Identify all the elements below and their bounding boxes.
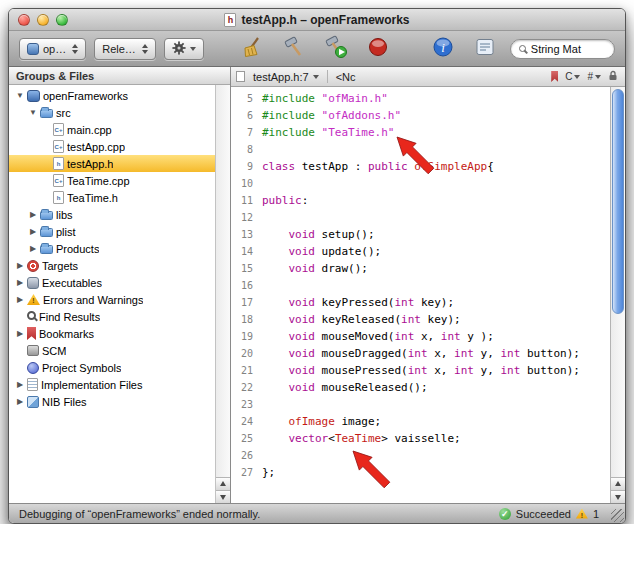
code-line-5[interactable]: #include "ofMain.h" (262, 90, 610, 107)
disclosure-triangle-icon[interactable]: ▼ (27, 108, 39, 117)
resize-grip[interactable] (611, 509, 624, 522)
code-line-8[interactable] (262, 141, 610, 158)
code-line-21[interactable]: void mousePressed(int x, int y, int butt… (262, 362, 610, 379)
build-button[interactable] (277, 35, 311, 63)
line-number[interactable]: 13 (231, 226, 253, 243)
scrollbar-thumb[interactable] (612, 89, 624, 314)
sidebar-item-teatime-cpp[interactable]: C+TeaTime.cpp (9, 172, 215, 189)
build-and-go-button[interactable] (319, 35, 353, 63)
disclosure-triangle-icon[interactable]: ▶ (14, 261, 26, 270)
line-number[interactable]: 12 (231, 209, 253, 226)
warning-count[interactable]: 1 (593, 508, 599, 520)
sidebar-item-find-results[interactable]: Find Results (9, 308, 215, 325)
sidebar-header[interactable]: Groups & Files (9, 67, 230, 85)
info-button[interactable]: i (426, 35, 460, 63)
minimize-button[interactable] (37, 14, 49, 26)
file-history-popup[interactable]: testApp.h:7 (250, 69, 322, 85)
line-number[interactable]: 24 (231, 413, 253, 430)
line-number[interactable]: 25 (231, 430, 253, 447)
sidebar-item-src[interactable]: ▼src (9, 104, 215, 121)
code-line-26[interactable] (262, 447, 610, 464)
line-number[interactable]: 22 (231, 379, 253, 396)
action-popup[interactable] (164, 38, 204, 60)
build-configuration-popup[interactable]: Rele… (94, 38, 156, 60)
line-number[interactable]: 6 (231, 107, 253, 124)
includes-button[interactable]: # (587, 71, 601, 82)
disclosure-triangle-icon[interactable]: ▶ (14, 329, 26, 338)
line-number[interactable]: 15 (231, 260, 253, 277)
disclosure-triangle-icon[interactable]: ▶ (14, 380, 26, 389)
line-number[interactable]: 27 (231, 464, 253, 481)
code-line-17[interactable]: void keyPressed(int key); (262, 294, 610, 311)
scroll-down-button[interactable] (611, 490, 625, 503)
line-number[interactable]: 23 (231, 396, 253, 413)
code-line-22[interactable]: void mouseReleased(); (262, 379, 610, 396)
line-number[interactable]: 16 (231, 277, 253, 294)
code-line-7[interactable]: #include "TeaTime.h" (262, 124, 610, 141)
symbol-popup[interactable]: <Nc (333, 69, 359, 85)
disclosure-triangle-icon[interactable]: ▶ (27, 210, 39, 219)
code-line-18[interactable]: void keyReleased(int key); (262, 311, 610, 328)
counterpart-button[interactable]: C (565, 71, 580, 82)
disclosure-triangle-icon[interactable]: ▶ (27, 227, 39, 236)
zoom-button[interactable] (56, 14, 68, 26)
editor-scrollbar[interactable] (610, 87, 625, 503)
overview-popup[interactable]: op… (19, 38, 86, 60)
sidebar-item-testapp-h[interactable]: htestApp.h (9, 155, 215, 172)
lock-icon[interactable] (608, 70, 618, 83)
code-line-19[interactable]: void mouseMoved(int x, int y ); (262, 328, 610, 345)
titlebar[interactable]: h testApp.h – openFrameworks (9, 9, 625, 31)
sidebar-item-project-symbols[interactable]: Project Symbols (9, 359, 215, 376)
sidebar-scrollbar[interactable] (215, 85, 230, 503)
line-number[interactable]: 8 (231, 141, 253, 158)
code-line-6[interactable]: #include "ofAddons.h" (262, 107, 610, 124)
line-number[interactable]: 20 (231, 345, 253, 362)
disclosure-triangle-icon[interactable]: ▶ (27, 244, 39, 253)
code-line-9[interactable]: class testApp : public ofSimpleApp{ (262, 158, 610, 175)
line-number[interactable]: 26 (231, 447, 253, 464)
code-line-13[interactable]: void setup(); (262, 226, 610, 243)
line-number[interactable]: 18 (231, 311, 253, 328)
scroll-down-button[interactable] (216, 490, 230, 503)
sidebar-item-testapp-cpp[interactable]: C+testApp.cpp (9, 138, 215, 155)
editor-button[interactable] (468, 35, 502, 63)
scroll-up-button[interactable] (611, 477, 625, 490)
scroll-up-button[interactable] (216, 477, 230, 490)
code-line-23[interactable] (262, 396, 610, 413)
sidebar-item-teatime-h[interactable]: hTeaTime.h (9, 189, 215, 206)
code-line-15[interactable]: void draw(); (262, 260, 610, 277)
code-line-20[interactable]: void mouseDragged(int x, int y, int butt… (262, 345, 610, 362)
sidebar-item-scm[interactable]: SCM (9, 342, 215, 359)
tasks-button[interactable] (361, 35, 395, 63)
close-button[interactable] (18, 14, 30, 26)
line-number[interactable]: 21 (231, 362, 253, 379)
disclosure-triangle-icon[interactable]: ▶ (14, 397, 26, 406)
code-line-12[interactable] (262, 209, 610, 226)
line-number[interactable]: 9 (231, 158, 253, 175)
line-number[interactable]: 7 (231, 124, 253, 141)
disclosure-triangle-icon[interactable]: ▶ (14, 278, 26, 287)
sidebar-item-implementation-files[interactable]: ▶Implementation Files (9, 376, 215, 393)
sidebar-item-openframeworks[interactable]: ▼openFrameworks (9, 87, 215, 104)
sidebar-item-libs[interactable]: ▶libs (9, 206, 215, 223)
disclosure-triangle-icon[interactable]: ▼ (14, 91, 26, 100)
gutter[interactable]: 5678910111213141516171819202122232425262… (231, 87, 258, 503)
code-line-24[interactable]: ofImage image; (262, 413, 610, 430)
search-input[interactable] (531, 43, 606, 55)
code-line-16[interactable] (262, 277, 610, 294)
bookmark-ribbon-icon[interactable] (551, 71, 558, 82)
sidebar-item-main-cpp[interactable]: C+main.cpp (9, 121, 215, 138)
clean-button[interactable] (236, 35, 270, 63)
sidebar-item-bookmarks[interactable]: ▶Bookmarks (9, 325, 215, 342)
sidebar-item-products[interactable]: ▶Products (9, 240, 215, 257)
code-line-11[interactable]: public: (262, 192, 610, 209)
sidebar-item-targets[interactable]: ▶Targets (9, 257, 215, 274)
sidebar-item-executables[interactable]: ▶Executables (9, 274, 215, 291)
sidebar-item-plist[interactable]: ▶plist (9, 223, 215, 240)
line-number[interactable]: 19 (231, 328, 253, 345)
warning-icon[interactable]: ! (576, 509, 588, 519)
code-line-27[interactable]: }; (262, 464, 610, 481)
search-field[interactable] (510, 39, 615, 59)
code-line-10[interactable] (262, 175, 610, 192)
line-number[interactable]: 14 (231, 243, 253, 260)
